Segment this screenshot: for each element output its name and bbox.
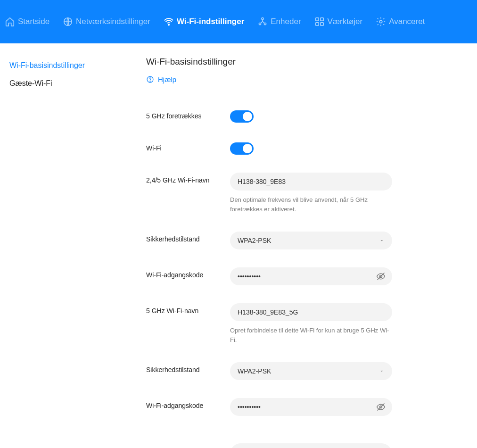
sidebar-item-guest[interactable]: Gæste-Wi-Fi (9, 75, 113, 92)
prefer5-label: 5 GHz foretrækkes (146, 108, 230, 120)
security-label: Sikkerhedstilstand (146, 232, 230, 243)
svg-rect-7 (315, 23, 318, 25)
wifi-enable-label: Wi-Fi (146, 141, 230, 152)
ssid24-hint: Den optimale frekvens vil blive anvendt,… (230, 195, 392, 214)
ssid24-input[interactable] (230, 173, 392, 191)
nav-tools[interactable]: Værktøjer (314, 17, 363, 27)
nav-home-label: Startside (18, 17, 49, 26)
nav-home[interactable]: Startside (5, 17, 49, 27)
password5-label: Wi-Fi-adgangskode (146, 398, 230, 409)
globe-icon (63, 17, 73, 27)
svg-rect-5 (315, 18, 318, 21)
eye-off-icon[interactable] (376, 272, 386, 281)
sidebar-item-label: Wi-Fi-basisindstillinger (9, 61, 85, 69)
sidebar-item-label: Gæste-Wi-Fi (9, 79, 52, 87)
nav-network[interactable]: Netværksindstillinger (63, 17, 150, 27)
ssid5-label: 5 GHz Wi-Fi-navn (146, 303, 230, 315)
svg-point-1 (168, 24, 169, 25)
ssid5-hint: Opret forbindelse til dette Wi-Fi for ku… (230, 326, 392, 344)
security-value[interactable] (230, 232, 392, 249)
security5-value[interactable] (230, 362, 392, 380)
svg-point-9 (379, 20, 382, 23)
svg-rect-6 (320, 18, 323, 21)
password-input[interactable] (230, 267, 392, 285)
help-link[interactable]: Hjælp (146, 75, 453, 95)
security-select[interactable] (230, 232, 392, 249)
tools-icon (314, 17, 325, 27)
ssid24-label: 2,4/5 GHz Wi-Fi-navn (146, 173, 230, 184)
devices-icon (257, 17, 268, 27)
sidebar-item-basic[interactable]: Wi-Fi-basisindstillinger (9, 57, 113, 75)
wifi-toggle[interactable] (230, 142, 254, 155)
help-icon (146, 75, 154, 83)
nav-devices[interactable]: Enheder (257, 17, 301, 27)
nav-devices-label: Enheder (271, 17, 301, 26)
top-nav: Startside Netværksindstillinger Wi-Fi-in… (0, 0, 477, 43)
svg-rect-8 (320, 23, 323, 25)
svg-point-11 (150, 81, 150, 81)
nav-advanced[interactable]: Avanceret (376, 17, 425, 27)
svg-point-2 (262, 17, 263, 19)
page-title: Wi-Fi-basisindstillinger (146, 57, 453, 67)
password5-input[interactable] (230, 398, 392, 416)
password-label: Wi-Fi-adgangskode (146, 267, 230, 279)
nav-advanced-label: Avanceret (389, 17, 425, 26)
sidebar: Wi-Fi-basisindstillinger Gæste-Wi-Fi (0, 43, 123, 448)
help-label: Hjælp (158, 75, 176, 83)
gear-icon (376, 17, 386, 27)
wifi-icon (164, 17, 174, 27)
security5-label: Sikkerhedstilstand (146, 362, 230, 373)
nav-wifi[interactable]: Wi-Fi-indstillinger (164, 17, 244, 27)
nav-tools-label: Værktøjer (328, 17, 363, 26)
prefer5-toggle[interactable] (230, 110, 254, 123)
home-icon (5, 17, 15, 27)
content: Wi-Fi-basisindstillinger Hjælp 5 GHz for… (123, 43, 477, 448)
eye-off-icon[interactable] (376, 402, 386, 412)
nav-network-label: Netværksindstillinger (76, 17, 150, 26)
nav-wifi-label: Wi-Fi-indstillinger (177, 17, 244, 26)
security5-select[interactable] (230, 362, 392, 380)
ssid5-input[interactable] (230, 303, 392, 321)
save-button[interactable]: Gem (230, 443, 392, 448)
